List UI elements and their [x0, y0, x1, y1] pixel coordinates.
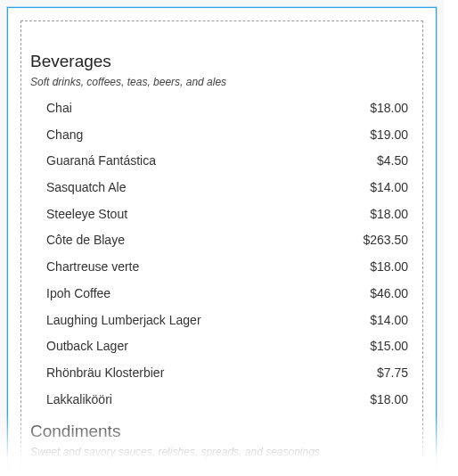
- category-description: Soft drinks, coffees, teas, beers, and a…: [30, 76, 413, 88]
- report-viewport[interactable]: Beverages Soft drinks, coffees, teas, be…: [0, 0, 444, 476]
- product-name: Steeleye Stout: [46, 205, 127, 225]
- product-price: $7.75: [377, 364, 408, 383]
- product-name: Outback Lager: [46, 337, 128, 357]
- product-row: Chai$18.00: [30, 95, 413, 122]
- report-page: Beverages Soft drinks, coffees, teas, be…: [7, 7, 437, 476]
- product-price: $18.00: [370, 99, 408, 119]
- product-price: $263.50: [363, 231, 408, 250]
- product-price: $18.00: [370, 205, 408, 225]
- product-row: Côte de Blaye$263.50: [30, 227, 413, 254]
- product-price: $46.00: [370, 284, 408, 304]
- product-row: Aniseed Syrup$10.00: [30, 465, 413, 476]
- product-name: Lakkalikööri: [46, 390, 112, 410]
- product-row: Chang$19.00: [30, 122, 413, 149]
- product-row: Laughing Lumberjack Lager$14.00: [30, 308, 413, 334]
- category-section: Condiments Sweet and savory sauces, reli…: [30, 422, 413, 476]
- product-name: Chai: [46, 99, 72, 119]
- product-row: Steeleye Stout$18.00: [30, 201, 413, 228]
- product-name: Aniseed Syrup: [46, 469, 127, 476]
- product-name: Ipoh Coffee: [46, 284, 110, 304]
- product-price: $15.00: [370, 337, 408, 357]
- product-price: $18.00: [370, 258, 408, 277]
- category-title: Beverages: [30, 52, 413, 71]
- product-row: Outback Lager$15.00: [30, 333, 413, 360]
- product-price: $10.00: [370, 469, 408, 476]
- product-name: Guaraná Fantástica: [46, 152, 156, 171]
- product-name: Chartreuse verte: [46, 258, 139, 277]
- product-price: $4.50: [377, 152, 408, 171]
- product-name: Laughing Lumberjack Lager: [46, 311, 201, 331]
- product-row: Lakkalikööri$18.00: [30, 387, 413, 414]
- category-section: Beverages Soft drinks, coffees, teas, be…: [30, 52, 413, 413]
- product-row: Rhönbräu Klosterbier$7.75: [30, 360, 413, 387]
- product-price: $19.00: [370, 126, 408, 145]
- product-name: Côte de Blaye: [46, 231, 125, 250]
- product-row: Chartreuse verte$18.00: [30, 254, 413, 281]
- product-price: $18.00: [370, 390, 408, 410]
- page-content-frame: Beverages Soft drinks, coffees, teas, be…: [20, 21, 423, 476]
- category-title: Condiments: [30, 422, 413, 441]
- product-name: Rhönbräu Klosterbier: [46, 364, 164, 383]
- product-row: Ipoh Coffee$46.00: [30, 281, 413, 308]
- product-price: $14.00: [370, 178, 408, 198]
- product-row: Sasquatch Ale$14.00: [30, 175, 413, 201]
- product-row: Guaraná Fantástica$4.50: [30, 148, 413, 175]
- product-price: $14.00: [370, 311, 408, 331]
- product-name: Chang: [46, 126, 83, 145]
- category-description: Sweet and savory sauces, relishes, sprea…: [30, 446, 413, 458]
- product-name: Sasquatch Ale: [46, 178, 127, 198]
